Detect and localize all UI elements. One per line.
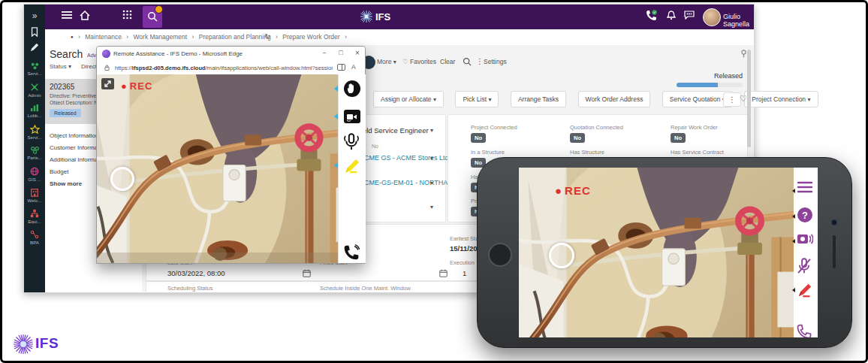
annotate-pencil-icon[interactable]: [343, 157, 361, 175]
app-grid-icon[interactable]: [122, 10, 132, 20]
sidebar-item-service2[interactable]: Servi...: [24, 125, 45, 140]
pick-list-button[interactable]: Pick List ▾: [455, 91, 499, 107]
phone-annotate-pencil-icon[interactable]: [797, 282, 815, 300]
breadcrumb-sep: ›: [192, 33, 194, 41]
phone-controls-strip: ?: [794, 168, 818, 337]
sidebar-item-service[interactable]: Servi...: [24, 62, 45, 76]
bell-icon[interactable]: [667, 11, 676, 20]
end-call-icon[interactable]: [343, 244, 361, 262]
sidebar-item-lobby[interactable]: Lobb...: [24, 104, 45, 118]
execution-time-label: Execution T: [450, 259, 479, 266]
user-name[interactable]: Giulio Sagnella: [723, 13, 754, 28]
sidebar-item-parts[interactable]: Parts...: [24, 146, 45, 160]
sidebar-item-label: Admin: [25, 92, 45, 98]
status-progressbar: [677, 83, 743, 87]
nav-budget[interactable]: Budget: [50, 168, 68, 175]
nav-object-information[interactable]: Object Information: [50, 132, 98, 139]
sidebar-item-bpa[interactable]: BPA: [24, 230, 45, 245]
avatar[interactable]: [703, 8, 721, 26]
pin-icon[interactable]: [740, 50, 747, 58]
object-label: Object Description:: [50, 100, 92, 105]
edge-urlbar[interactable]: https://ifspsd2-d05.demo.ifs.cloud/main/…: [97, 61, 365, 75]
breadcrumb-item[interactable]: Maintenance: [85, 33, 122, 41]
row-kebab-icon[interactable]: ⋮: [723, 92, 741, 107]
edge-titlebar[interactable]: Remote Assistance - IFS Demo - Microsoft…: [97, 47, 365, 62]
extra-dropdown-icon[interactable]: ▾: [430, 204, 433, 210]
video-off-icon[interactable]: [343, 107, 361, 126]
work-order-address-button[interactable]: Work Order Address: [578, 91, 651, 107]
phone-menu-icon[interactable]: [797, 181, 815, 199]
pencil-icon[interactable]: [24, 43, 45, 52]
engineer-value[interactable]: Field Service Engineer: [357, 126, 429, 135]
call-status-icon[interactable]: [646, 10, 657, 21]
sidebar-item-label: BPA: [25, 240, 45, 245]
expand-video-icon[interactable]: [101, 78, 114, 89]
boiler-scene: [97, 74, 338, 263]
bookmark-icon[interactable]: [24, 27, 45, 37]
breadcrumb-sep: ›: [276, 33, 278, 41]
svg-text:?: ?: [802, 210, 808, 221]
execution-time-value[interactable]: 1: [463, 269, 466, 277]
phone-screen: ●REC ?: [519, 168, 818, 337]
customer-dropdown-icon[interactable]: ▾: [430, 155, 433, 162]
home-icon[interactable]: [80, 11, 90, 20]
rec-indicator: ●REC: [555, 184, 591, 197]
favorites-button[interactable]: ♡ Favorites: [402, 58, 436, 65]
sidebar-item-gis[interactable]: GIS ...: [24, 167, 45, 182]
calendar-icon[interactable]: [439, 269, 448, 277]
clear-button[interactable]: Clear: [440, 58, 455, 65]
late-start-value[interactable]: 30/03/2022, 08:00: [167, 269, 225, 277]
maximize-button[interactable]: □: [336, 49, 346, 56]
phone-mic-muted-icon[interactable]: [797, 258, 815, 276]
read-aloud-icon[interactable]: A: [351, 63, 356, 71]
service-quotation-button[interactable]: Service Quotation ▾: [662, 91, 733, 107]
status-filter[interactable]: Status ▾: [50, 63, 71, 70]
phone-shutter-button[interactable]: [549, 243, 574, 268]
sidebar-item-equipment[interactable]: Equi...: [24, 209, 45, 224]
microphone-icon[interactable]: [343, 133, 361, 151]
url-text[interactable]: https://ifspsd2-d05.demo.ifs.cloud/main/…: [115, 65, 333, 71]
phone-share-camera-icon[interactable]: [797, 232, 815, 250]
breadcrumb-sep: ›: [345, 33, 347, 41]
expand-rail-icon[interactable]: »: [24, 11, 45, 21]
search-icon[interactable]: [463, 57, 472, 66]
flag-text: No: [372, 144, 378, 149]
breadcrumb-item[interactable]: Prepare Work Order: [282, 33, 339, 41]
assign-or-allocate-button[interactable]: Assign or Allocate ▾: [373, 91, 444, 107]
sidebar-item-admin[interactable]: Admin: [24, 83, 45, 98]
split-tab-icon[interactable]: [337, 64, 345, 71]
chat-icon[interactable]: [684, 11, 695, 20]
flag-label: Quotation Connected: [570, 124, 623, 131]
minimize-button[interactable]: −: [319, 49, 330, 56]
phone-help-icon[interactable]: ?: [797, 207, 815, 225]
scrollbar[interactable]: [747, 50, 751, 147]
customer-link[interactable]: ACME GS - ACME Stores Ltd: [360, 154, 449, 162]
breadcrumb: ● › Maintenance › Work Management › Prep…: [45, 29, 754, 46]
refresh-icon[interactable]: ↻: [264, 32, 270, 41]
settings-button[interactable]: Settings: [484, 58, 507, 65]
object-id-link[interactable]: ACME-GS-EM-01 - NORTHA...: [360, 179, 454, 186]
phone-end-call-icon[interactable]: [797, 324, 815, 337]
more-menu[interactable]: More ▾: [377, 58, 396, 65]
sidebar-item-label: GIS ...: [25, 177, 45, 182]
kebab-icon[interactable]: ⋮: [476, 57, 484, 65]
sidebar-item-welcome[interactable]: Welc...: [24, 188, 45, 203]
breadcrumb-item[interactable]: Work Management: [133, 33, 187, 41]
engineer-dropdown-icon[interactable]: ▾: [430, 127, 433, 134]
arrange-tasks-button[interactable]: Arrange Tasks: [511, 91, 566, 107]
phone-camera-dot: [831, 219, 837, 225]
phone-video-feed: ●REC: [519, 168, 794, 337]
favorite-heart-icon[interactable]: ♡: [740, 94, 747, 104]
show-more-link[interactable]: Show more: [50, 180, 82, 187]
hamburger-menu-icon[interactable]: [62, 11, 72, 20]
phone-home-button[interactable]: [488, 243, 512, 267]
shutter-button[interactable]: [110, 167, 134, 191]
close-button[interactable]: ×: [352, 49, 363, 57]
flag-label: Has Service Contract: [671, 149, 724, 156]
earliest-start-value[interactable]: 15/11/20: [450, 244, 477, 253]
hand-raise-icon[interactable]: [343, 80, 361, 98]
calendar-icon[interactable]: [303, 269, 311, 277]
breadcrumb-item[interactable]: Preparation and Planning: [199, 33, 271, 41]
object-dropdown-icon[interactable]: ▾: [430, 180, 433, 186]
project-connection-button[interactable]: Project Connection ▾: [744, 91, 818, 107]
